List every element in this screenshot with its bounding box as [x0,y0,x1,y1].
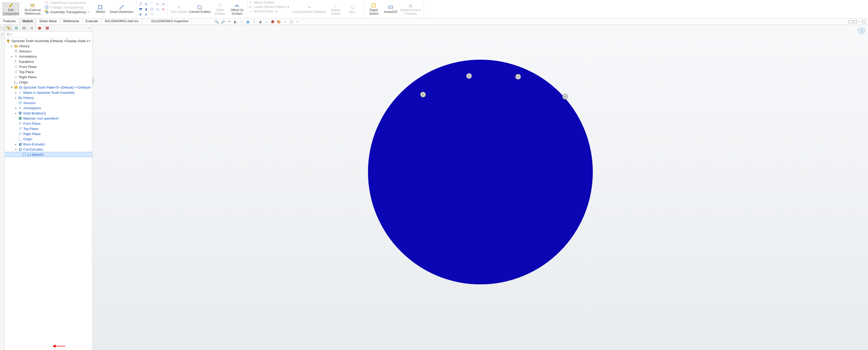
edit-appearance-icon[interactable] [270,20,275,24]
assembly-transparency-button[interactable]: Assembly Transparency ▾ [45,10,89,14]
view-settings-icon[interactable]: 🖵 [289,20,293,24]
offset-entities-button[interactable]: OffsetEntities [212,3,228,16]
tab-addins[interactable]: SOLIDWORKS Add-Ins [101,19,142,25]
tab-sheet-metal[interactable]: Sheet Metal [36,19,60,25]
tree-sensors[interactable]: Sensors [5,49,92,54]
sketch-icon [98,5,103,10]
mirror-entities-button[interactable]: Mirror Entities [249,1,289,4]
fm-tab-display[interactable] [36,25,43,32]
instant2d-button[interactable]: Instant2D [383,5,399,14]
tree-front-plane[interactable]: Front Plane [5,64,92,69]
smart-dimension-button[interactable]: Smart Dimension [110,5,133,14]
tree-origin[interactable]: Origin [5,79,92,85]
repair-sketch-button[interactable]: RepairSketch [328,3,343,16]
tree-equations[interactable]: ΣEquations [5,59,92,64]
tree-p-front[interactable]: Front Plane [5,121,92,126]
panel-toggle-1-icon[interactable] [848,20,852,23]
section-view-icon[interactable]: ◧ [233,20,238,24]
graphics-viewport[interactable] [93,25,868,350]
hole-1[interactable] [420,92,426,97]
point-tool-icon[interactable]: ⊕ [138,12,143,17]
rapid-label: RapidSketch [369,8,379,16]
tab-weldments[interactable]: Weldments [60,19,83,25]
tree-sketch2[interactable]: (-) Sketch2 [5,152,92,157]
tree-boss-extrude[interactable]: ▸Boss-Extrude1 [5,141,92,147]
text-tool-icon[interactable]: A [161,7,165,11]
change-transparency-button[interactable]: Change Transparency [45,5,89,9]
fm-tab-extra[interactable] [43,25,51,32]
view-orient-icon[interactable]: ⬚ [239,20,244,24]
display-style-icon[interactable]: ▦ [246,20,250,24]
shaded-contours-button[interactable]: Shaded SketchContours [400,3,421,16]
tree-part[interactable]: ▾(f) Sprocket Tooth Plate<5> (Default) <… [5,85,92,90]
offset-on-surface-button[interactable]: Offset OnSurface [229,3,245,16]
ellipse-tool-icon[interactable]: ⬭ [156,7,160,11]
fillet-tool-icon[interactable]: ◠ [150,12,154,17]
circle-tool-icon[interactable]: ⊙ [144,2,148,6]
no-ext-refs-label: No ExternalReferences [25,8,41,16]
linear-pattern-button[interactable]: Linear Sketch Pattern ▾ [249,5,289,9]
zoom-fit-icon[interactable]: 🔍 [215,20,219,24]
trim-entities-button[interactable]: Trim Entities [170,5,187,14]
apply-scene-icon[interactable]: 🎨 [277,20,281,24]
fm-expand-button[interactable]: › [86,26,92,30]
maximize-icon[interactable] [862,20,866,23]
tree-right-plane[interactable]: Right Plane [5,74,92,79]
spline-tool-icon[interactable]: ∿ [156,2,160,6]
edit-component-button[interactable]: EditComponent [3,3,19,16]
sketch-button[interactable]: Sketch [93,5,108,14]
tree-p-sensors[interactable]: Sensors [5,100,92,105]
hole-3[interactable] [515,74,521,79]
tree-solid-bodies[interactable]: ▸Solid Bodies(1) [5,110,92,116]
tab-sketch[interactable]: Sketch [19,19,36,25]
hide-show-components-button[interactable]: Hide/Show Components [45,1,89,5]
fm-tab-dimxpert[interactable] [28,25,36,32]
svg-point-39 [20,102,21,103]
model-sprocket-plate[interactable] [368,60,593,284]
polygon-tool-icon[interactable]: ⬡ [150,7,154,11]
tree-annotations[interactable]: ▸AAnnotations [5,54,92,59]
zoom-area-icon[interactable]: 🔎 [221,20,225,24]
rect-tool-icon[interactable]: ▭ [161,2,165,6]
hide-show-items-icon[interactable]: ◉ [258,20,262,24]
tree-p-origin[interactable]: Origin [5,136,92,141]
orientation-cube-icon[interactable] [857,26,866,35]
fm-tab-config[interactable] [20,25,28,32]
tree-material[interactable]: Material <not specified> [5,116,92,121]
rapid-sketch-button[interactable]: RapidSketch [366,3,381,16]
line-tool-icon[interactable]: ╱ [138,2,143,6]
tab-features[interactable]: Features [0,19,19,25]
panel-toggle-2-icon[interactable] [853,20,857,23]
tree-p-annotations[interactable]: ▸AAnnotations [5,105,92,110]
corner-rect-icon[interactable]: ⬒ [138,7,143,11]
no-external-refs-button[interactable]: No ExternalReferences [25,3,41,16]
hole-2[interactable] [466,73,472,79]
tree-root[interactable]: Sprocket Tooth Assembly (Default) <Displ… [5,38,92,43]
display-relations-button[interactable]: Display/Delete Relations [292,5,327,14]
panel-splitter-handle[interactable] [93,76,94,86]
tree-p-history[interactable]: ▸History [5,95,92,100]
tree-top-plane[interactable]: Top Plane [5,69,92,74]
rail-icon-1[interactable] [1,26,4,30]
rail-icon-2[interactable] [1,33,4,36]
convert-entities-button[interactable]: Convert Entities [189,5,211,14]
tab-inspection[interactable]: SOLIDWORKS Inspection [148,19,192,25]
quick-snaps-button[interactable]: Qui... [345,5,361,14]
move-entities-button[interactable]: Move Entities ▾ [249,9,289,13]
prev-view-icon[interactable]: ↶ [227,20,231,24]
tree-p-right[interactable]: Right Plane [5,131,92,136]
slot-tool-icon[interactable]: ◖ [144,7,148,11]
fm-tab-property[interactable] [12,25,20,32]
arc-tool-icon[interactable]: ⌒ [150,2,154,6]
svg-rect-25 [15,27,18,27]
centerline-tool-icon[interactable]: ⊖ [144,12,148,17]
tree-mates[interactable]: ▸Mates in Sprocket Tooth Assembly [5,90,92,95]
hole-4[interactable] [562,94,568,99]
tree-cut-extrude[interactable]: ▾Cut-Extrude1 [5,147,92,152]
fm-filter-bar[interactable]: ▾ [5,32,92,38]
tree-history[interactable]: ▸History [5,43,92,49]
tree-p-top[interactable]: Top Plane [5,126,92,131]
tab-evaluate[interactable]: Evaluate [83,19,101,25]
fm-tab-tree[interactable] [5,25,12,32]
svg-point-31 [38,27,41,30]
